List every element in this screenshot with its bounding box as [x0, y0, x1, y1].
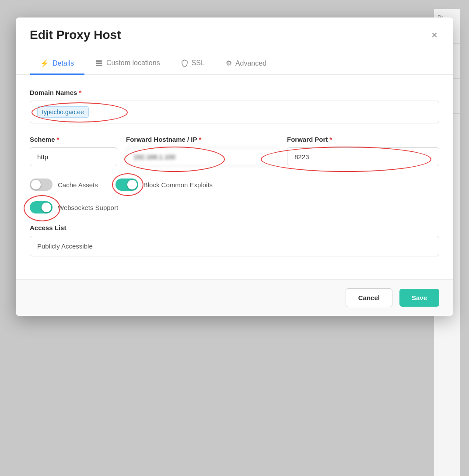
domain-tag[interactable]: typecho.gao.ee	[37, 106, 89, 118]
domain-names-wrapper: typecho.gao.ee	[30, 101, 439, 123]
scheme-field: Scheme *	[30, 136, 117, 166]
forward-hostname-field: Forward Hostname / IP *	[126, 136, 278, 166]
tab-advanced-label: Advanced	[235, 60, 266, 67]
ssl-icon	[181, 59, 188, 67]
scheme-required: *	[57, 136, 60, 143]
block-exploits-thumb	[127, 180, 137, 189]
svg-rect-2	[96, 65, 102, 66]
cache-assets-thumb	[31, 180, 41, 189]
backdrop: Pr Pr Pr Pr Pr Pr Pr Edit Proxy Host × ⚡…	[9, 9, 460, 476]
svg-rect-1	[96, 63, 102, 64]
forward-hostname-label: Forward Hostname / IP *	[126, 136, 278, 143]
cache-assets-toggle[interactable]	[30, 178, 52, 191]
svg-rect-0	[96, 60, 102, 62]
block-exploits-toggle-item: Block Common Exploits	[116, 178, 213, 191]
access-list-select[interactable]: Publicly Accessible	[30, 236, 439, 256]
modal-title: Edit Proxy Host	[30, 28, 121, 42]
save-button[interactable]: Save	[399, 289, 439, 307]
domain-names-label: Domain Names *	[30, 89, 439, 96]
access-list-label: Access List	[30, 224, 439, 231]
tab-bar: ⚡ Details Custom locations	[16, 51, 453, 75]
forward-port-input[interactable]	[287, 147, 439, 166]
port-wrapper	[287, 147, 439, 166]
cache-assets-label: Cache Assets	[58, 181, 98, 189]
toggles-row-1: Cache Assets Block Common Exploits	[30, 178, 439, 191]
scheme-label: Scheme *	[30, 136, 117, 143]
websockets-thumb	[42, 203, 51, 212]
forward-port-label: Forward Port *	[287, 136, 439, 143]
details-icon: ⚡	[40, 59, 49, 67]
port-required: *	[329, 136, 332, 143]
toggles-row-2: Websockets Support	[30, 201, 439, 214]
websockets-label: Websockets Support	[58, 204, 118, 211]
scheme-input[interactable]	[30, 147, 117, 166]
forward-port-field: Forward Port *	[287, 136, 439, 166]
cancel-button[interactable]: Cancel	[346, 288, 392, 307]
tab-ssl-label: SSL	[192, 59, 205, 67]
websockets-toggle[interactable]	[30, 201, 52, 214]
close-button[interactable]: ×	[430, 28, 439, 42]
forward-hostname-input[interactable]	[126, 147, 278, 166]
custom-locations-icon	[95, 59, 103, 67]
hostname-required: *	[199, 136, 202, 143]
advanced-icon: ⚙	[226, 59, 232, 67]
domain-names-input[interactable]: typecho.gao.ee	[30, 101, 439, 123]
tab-custom-locations-label: Custom locations	[106, 59, 160, 67]
block-exploits-toggle[interactable]	[116, 178, 138, 191]
hostname-wrapper	[126, 147, 278, 166]
block-exploits-label: Block Common Exploits	[144, 181, 213, 189]
cache-assets-toggle-item: Cache Assets	[30, 178, 98, 191]
required-marker: *	[79, 89, 81, 96]
modal-body: Domain Names * typecho.gao.ee Scheme	[16, 75, 453, 279]
tab-ssl[interactable]: SSL	[171, 51, 215, 75]
tab-details-label: Details	[52, 60, 74, 67]
domain-names-field: Domain Names * typecho.gao.ee	[30, 89, 439, 123]
modal-header: Edit Proxy Host ×	[16, 18, 453, 51]
tab-advanced[interactable]: ⚙ Advanced	[215, 51, 277, 75]
network-fields-row: Scheme * Forward Hostname / IP *	[30, 136, 439, 166]
websockets-toggle-item: Websockets Support	[30, 201, 118, 214]
modal: Edit Proxy Host × ⚡ Details Custom locat…	[16, 18, 453, 316]
modal-footer: Cancel Save	[16, 279, 453, 316]
tab-custom-locations[interactable]: Custom locations	[84, 51, 171, 75]
access-list-field: Access List Publicly Accessible	[30, 224, 439, 256]
tab-details[interactable]: ⚡ Details	[30, 51, 84, 75]
